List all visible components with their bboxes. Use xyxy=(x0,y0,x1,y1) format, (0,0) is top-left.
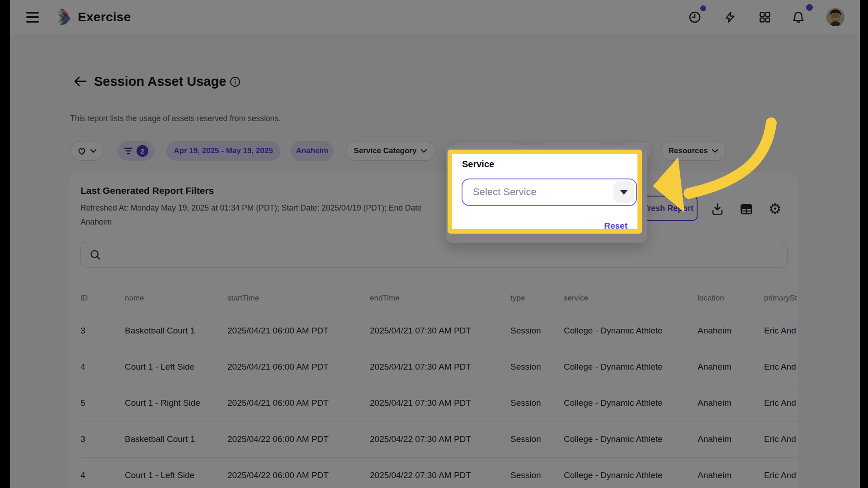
reset-link[interactable]: Reset xyxy=(604,221,627,231)
dim-overlay xyxy=(0,0,868,488)
service-select-placeholder: Select Service xyxy=(473,179,537,205)
caret-down-icon xyxy=(620,190,627,195)
service-popup: Service Select Service Reset xyxy=(452,154,637,229)
service-select[interactable]: Select Service xyxy=(462,178,637,206)
screenshot-stage: Exercise xyxy=(0,0,868,488)
service-popup-highlight: Service Select Service Reset xyxy=(448,150,642,234)
select-caret-button[interactable] xyxy=(613,181,634,203)
letterbox-bar-right xyxy=(860,0,868,488)
service-popup-label: Service xyxy=(462,159,494,169)
letterbox-bar-left xyxy=(0,0,10,488)
